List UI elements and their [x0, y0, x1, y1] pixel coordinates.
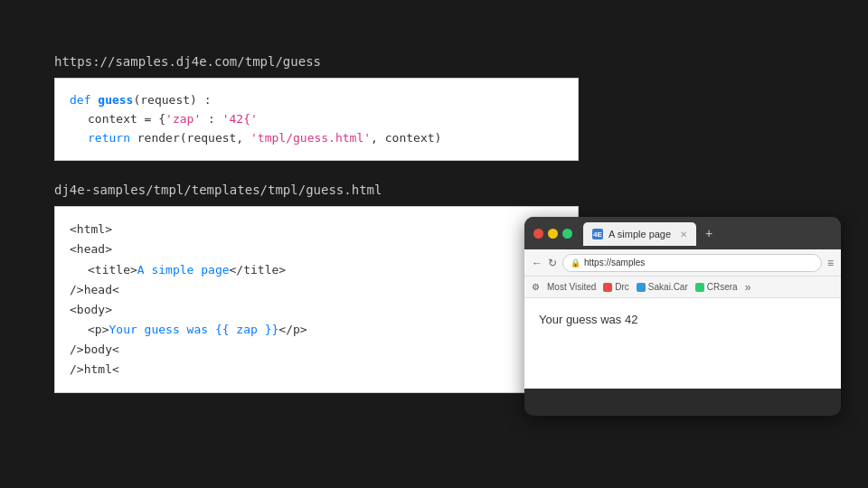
browser-titlebar: 4E A simple page ✕ +: [524, 217, 841, 249]
left-panel: https://samples.dj4e.com/tmpl/guess def …: [54, 54, 579, 393]
lock-icon: 🔒: [571, 258, 580, 267]
browser-content: Your guess was 42: [524, 298, 841, 389]
bookmarks-more-icon[interactable]: »: [745, 281, 751, 294]
menu-icon[interactable]: ≡: [827, 257, 834, 269]
bookmark-label: Drc: [615, 282, 629, 292]
bookmarks-bar: ⚙ Most Visited Drc Sakai.Car CRsera »: [524, 277, 841, 298]
drc-favicon: [603, 283, 612, 292]
tab-close-icon[interactable]: ✕: [680, 230, 687, 239]
bookmark-label: CRsera: [707, 282, 738, 292]
back-button[interactable]: ←: [532, 257, 542, 269]
reload-button[interactable]: ↻: [548, 257, 557, 269]
file-path: dj4e-samples/tmpl/templates/tmpl/guess.h…: [54, 183, 579, 197]
bookmark-sakai[interactable]: Sakai.Car: [637, 282, 688, 292]
html-code-block: <html> <head> <title>A simple page</titl…: [54, 206, 579, 393]
bookmark-most-visited[interactable]: Most Visited: [547, 282, 596, 292]
close-button[interactable]: [533, 229, 543, 239]
python-code-block: def guess(request) : context = {'zap' : …: [54, 78, 579, 161]
address-text: https://samples: [584, 258, 645, 267]
gear-icon: ⚙: [532, 282, 540, 292]
minimize-button[interactable]: [548, 229, 558, 239]
crsera-favicon: [695, 283, 704, 292]
browser-mockup: 4E A simple page ✕ + ← ↻ 🔒 https://sampl…: [524, 217, 841, 416]
bookmark-label: Most Visited: [547, 282, 596, 292]
url-bar: https://samples.dj4e.com/tmpl/guess: [54, 54, 579, 69]
tab-favicon: 4E: [592, 229, 603, 239]
bookmark-crsera[interactable]: CRsera: [695, 282, 738, 292]
new-tab-icon[interactable]: +: [705, 226, 712, 240]
bookmark-label: Sakai.Car: [648, 282, 688, 292]
browser-tab[interactable]: 4E A simple page ✕: [583, 222, 696, 246]
maximize-button[interactable]: [562, 229, 572, 239]
address-bar[interactable]: 🔒 https://samples: [562, 254, 822, 272]
page-text: Your guess was 42: [539, 313, 826, 326]
traffic-lights: [533, 229, 572, 239]
sakai-favicon: [637, 283, 646, 292]
bookmark-drc[interactable]: Drc: [603, 282, 629, 292]
browser-toolbar: ← ↻ 🔒 https://samples ≡: [524, 249, 841, 277]
tab-title: A simple page: [609, 229, 671, 239]
